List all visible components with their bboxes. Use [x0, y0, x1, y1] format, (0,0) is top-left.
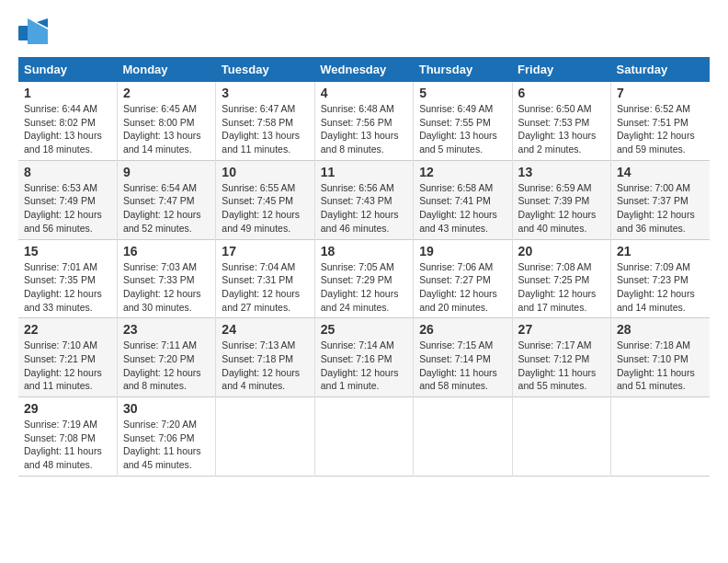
day-number: 1: [24, 86, 111, 100]
cell-info-line: Sunset: 7:56 PM: [321, 116, 407, 130]
day-number: 21: [617, 244, 704, 259]
day-number: 14: [617, 165, 704, 179]
cell-info-line: Sunset: 7:49 PM: [24, 194, 111, 208]
cell-info-line: Sunrise: 7:08 AM: [518, 260, 605, 274]
cell-info-line: Sunset: 7:29 PM: [321, 273, 407, 287]
day-number: 22: [24, 322, 111, 337]
cell-info-line: Daylight: 12 hours and 46 minutes.: [321, 208, 407, 235]
cell-info-line: Sunrise: 6:53 AM: [24, 181, 111, 195]
cell-info-line: Daylight: 12 hours and 11 minutes.: [24, 366, 111, 393]
header-row: SundayMondayTuesdayWednesdayThursdayFrid…: [18, 57, 710, 82]
calendar-cell: 4Sunrise: 6:48 AMSunset: 7:56 PMDaylight…: [314, 82, 413, 160]
cell-info-line: Daylight: 12 hours and 17 minutes.: [518, 287, 605, 314]
cell-info-line: Sunset: 7:31 PM: [222, 273, 308, 287]
cell-info-line: Sunrise: 7:01 AM: [24, 260, 111, 274]
cell-info-line: Sunrise: 7:17 AM: [518, 339, 605, 352]
cell-info-line: Daylight: 12 hours and 40 minutes.: [518, 208, 605, 235]
cell-info-line: Sunset: 7:06 PM: [123, 431, 210, 445]
day-number: 13: [518, 165, 605, 179]
day-number: 4: [321, 86, 407, 100]
day-header-tuesday: Tuesday: [216, 57, 314, 82]
cell-info-line: Sunrise: 6:44 AM: [24, 102, 111, 116]
calendar-cell: 15Sunrise: 7:01 AMSunset: 7:35 PMDayligh…: [18, 239, 117, 318]
calendar-cell: [611, 397, 710, 477]
cell-info-line: Sunset: 7:21 PM: [24, 352, 111, 366]
calendar-cell: [216, 397, 314, 477]
cell-info-line: Daylight: 12 hours and 8 minutes.: [123, 366, 210, 393]
cell-info-line: Sunset: 7:12 PM: [518, 352, 605, 366]
day-header-wednesday: Wednesday: [314, 57, 413, 82]
cell-info-line: Sunrise: 6:54 AM: [123, 181, 210, 195]
week-row-5: 29Sunrise: 7:19 AMSunset: 7:08 PMDayligh…: [18, 397, 710, 477]
cell-info-line: Daylight: 12 hours and 4 minutes.: [222, 366, 308, 393]
day-number: 10: [222, 165, 308, 179]
week-row-4: 22Sunrise: 7:10 AMSunset: 7:21 PMDayligh…: [18, 318, 710, 397]
week-row-2: 8Sunrise: 6:53 AMSunset: 7:49 PMDaylight…: [18, 160, 710, 239]
calendar-header: SundayMondayTuesdayWednesdayThursdayFrid…: [18, 57, 710, 82]
day-number: 26: [419, 322, 506, 337]
calendar-cell: 3Sunrise: 6:47 AMSunset: 7:58 PMDaylight…: [216, 82, 314, 160]
calendar-cell: 2Sunrise: 6:45 AMSunset: 8:00 PMDaylight…: [117, 82, 215, 160]
week-row-3: 15Sunrise: 7:01 AMSunset: 7:35 PMDayligh…: [18, 239, 710, 318]
day-number: 29: [24, 401, 111, 416]
calendar-cell: 12Sunrise: 6:58 AMSunset: 7:41 PMDayligh…: [414, 160, 512, 239]
calendar-cell: 20Sunrise: 7:08 AMSunset: 7:25 PMDayligh…: [512, 239, 610, 318]
cell-info-line: Daylight: 12 hours and 52 minutes.: [123, 208, 210, 235]
day-number: 16: [123, 244, 210, 259]
cell-info-line: Sunset: 7:39 PM: [518, 194, 605, 208]
cell-info-line: Daylight: 12 hours and 49 minutes.: [222, 208, 308, 235]
day-number: 27: [518, 322, 605, 337]
calendar-cell: 6Sunrise: 6:50 AMSunset: 7:53 PMDaylight…: [512, 82, 610, 160]
day-number: 8: [24, 165, 111, 179]
cell-info-line: Sunrise: 7:09 AM: [617, 260, 704, 274]
cell-info-line: Sunset: 7:23 PM: [617, 273, 704, 287]
cell-info-line: Sunrise: 7:13 AM: [222, 339, 308, 352]
calendar-cell: 11Sunrise: 6:56 AMSunset: 7:43 PMDayligh…: [314, 160, 413, 239]
cell-info-line: Sunrise: 7:20 AM: [123, 418, 210, 431]
calendar-cell: 5Sunrise: 6:49 AMSunset: 7:55 PMDaylight…: [414, 82, 512, 160]
cell-info-line: Daylight: 12 hours and 20 minutes.: [419, 287, 506, 314]
cell-info-line: Daylight: 11 hours and 48 minutes.: [24, 444, 111, 471]
day-number: 20: [518, 244, 605, 259]
calendar-cell: 14Sunrise: 7:00 AMSunset: 7:37 PMDayligh…: [611, 160, 710, 239]
day-header-friday: Friday: [512, 57, 610, 82]
logo-icon: [18, 18, 48, 44]
cell-info-line: Daylight: 13 hours and 18 minutes.: [24, 129, 111, 155]
calendar-cell: [314, 397, 413, 477]
cell-info-line: Sunset: 7:25 PM: [518, 273, 605, 287]
cell-info-line: Sunset: 7:51 PM: [617, 116, 704, 130]
cell-info-line: Sunset: 7:18 PM: [222, 352, 308, 366]
calendar-cell: 7Sunrise: 6:52 AMSunset: 7:51 PMDaylight…: [611, 82, 710, 160]
day-number: 19: [419, 244, 506, 259]
cell-info-line: Daylight: 13 hours and 8 minutes.: [321, 129, 407, 155]
day-number: 7: [617, 86, 704, 100]
page-header: [18, 18, 710, 48]
cell-info-line: Daylight: 13 hours and 5 minutes.: [419, 129, 506, 155]
cell-info-line: Sunrise: 6:52 AM: [617, 102, 704, 116]
cell-info-line: Daylight: 12 hours and 36 minutes.: [617, 208, 704, 235]
cell-info-line: Daylight: 13 hours and 11 minutes.: [222, 129, 308, 155]
calendar-cell: [414, 397, 512, 477]
day-number: 11: [321, 165, 407, 179]
day-number: 6: [518, 86, 605, 100]
cell-info-line: Sunset: 7:43 PM: [321, 194, 407, 208]
cell-info-line: Daylight: 11 hours and 58 minutes.: [419, 366, 506, 393]
cell-info-line: Sunset: 7:55 PM: [419, 116, 506, 130]
cell-info-line: Sunset: 7:16 PM: [321, 352, 407, 366]
cell-info-line: Sunrise: 7:10 AM: [24, 339, 111, 352]
day-number: 30: [123, 401, 210, 416]
day-number: 28: [617, 322, 704, 337]
calendar-body: 1Sunrise: 6:44 AMSunset: 8:02 PMDaylight…: [18, 82, 710, 476]
cell-info-line: Sunset: 7:45 PM: [222, 194, 308, 208]
cell-info-line: Sunrise: 6:48 AM: [321, 102, 407, 116]
calendar-cell: 19Sunrise: 7:06 AMSunset: 7:27 PMDayligh…: [414, 239, 512, 318]
cell-info-line: Sunrise: 6:47 AM: [222, 102, 308, 116]
cell-info-line: Daylight: 13 hours and 2 minutes.: [518, 129, 605, 155]
cell-info-line: Sunrise: 6:56 AM: [321, 181, 407, 195]
day-number: 24: [222, 322, 308, 337]
logo: [18, 18, 51, 48]
cell-info-line: Daylight: 11 hours and 45 minutes.: [123, 444, 210, 471]
cell-info-line: Daylight: 11 hours and 51 minutes.: [617, 366, 704, 393]
calendar-cell: 1Sunrise: 6:44 AMSunset: 8:02 PMDaylight…: [18, 82, 117, 160]
calendar-cell: 16Sunrise: 7:03 AMSunset: 7:33 PMDayligh…: [117, 239, 215, 318]
